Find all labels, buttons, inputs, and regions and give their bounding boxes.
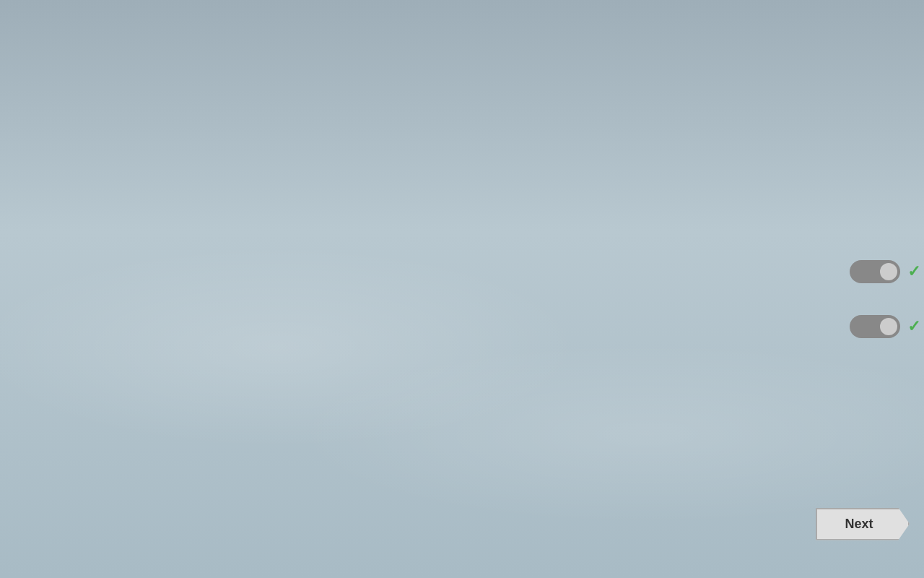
checkmark-icon-2: ✓ bbox=[907, 317, 920, 336]
checkmark-icon: ✓ bbox=[907, 262, 920, 281]
sections-off-toggle-container: ✓ bbox=[850, 315, 900, 338]
apply-latency-toggle-container: ✓ bbox=[850, 260, 900, 283]
sections-off-toggle[interactable]: ✓ bbox=[850, 315, 900, 338]
toggle-thumb-2 bbox=[880, 318, 897, 335]
apply-latency-toggle[interactable]: ✓ bbox=[850, 260, 900, 283]
toggle-thumb bbox=[880, 263, 897, 280]
next-button[interactable]: Next bbox=[816, 508, 910, 540]
